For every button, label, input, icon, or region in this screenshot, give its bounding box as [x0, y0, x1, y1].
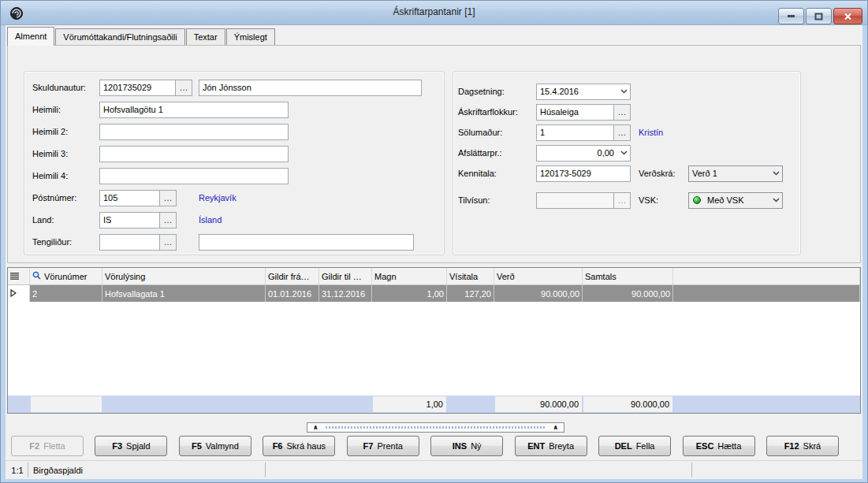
vsk-dropdown[interactable]: Með VSK [688, 192, 783, 209]
postnumer-browse-button[interactable]: … [159, 190, 177, 206]
land-name-text: Ísland [199, 215, 222, 225]
tab-ymislegt[interactable]: Ýmislegt [226, 28, 275, 45]
tab-almennt[interactable]: Almennt [7, 27, 54, 46]
vsk-label: VSK: [639, 195, 683, 205]
cell-samtals: 90.000,00 [583, 285, 673, 302]
totals-vorunumer [30, 396, 102, 413]
column-header-magn[interactable]: Magn [372, 268, 447, 284]
ins-ny-button[interactable]: INS Ný [430, 436, 503, 456]
tab-label: Textar [194, 32, 218, 42]
column-header-visitala[interactable]: Vísitala [447, 268, 494, 284]
splitter-dots [326, 426, 546, 429]
heimili4-input[interactable] [99, 168, 289, 184]
tengilidur-input[interactable] [99, 234, 160, 251]
minimize-button[interactable] [778, 8, 804, 24]
button-key: F6 [273, 441, 283, 451]
column-header-vorunumer[interactable]: Vörunúmer [30, 268, 102, 284]
skuldunautur-input[interactable] [99, 80, 176, 96]
f5-valmynd-button[interactable]: F5 Valmynd [179, 436, 251, 456]
column-header-label: Vörunúmer [44, 272, 87, 281]
order-lines-grid: Vörunúmer Vörulýsing Gildir frá… Gildir … [7, 267, 861, 414]
skuldunautur-name-input[interactable] [199, 80, 422, 96]
totals-gutter [8, 396, 30, 413]
grid-row-selected[interactable]: 2 Hofsvallagata 1 01.01.2016 31.12.2016 … [8, 285, 860, 302]
afslattarpr-label: Afsláttarpr.: [453, 148, 536, 158]
status-empty-panel [266, 463, 692, 477]
column-header-samtals[interactable]: Samtals [583, 268, 673, 284]
button-key: F12 [784, 441, 799, 451]
postnumer-input[interactable] [99, 190, 160, 206]
heimili2-input[interactable] [99, 124, 289, 140]
column-header-vorulysing[interactable]: Vörulýsing [102, 268, 266, 284]
tengilidur-browse-button[interactable]: … [159, 234, 177, 251]
ent-breyta-button[interactable]: ENT Breyta [515, 436, 587, 456]
tengilidur-name-input[interactable] [199, 234, 414, 251]
button-key: ESC [696, 441, 714, 451]
window-title: Áskriftarpantanir [1] [1, 6, 867, 17]
askriftarflokkur-input[interactable] [536, 104, 614, 121]
grid-menu-header-cell[interactable] [8, 268, 30, 284]
totals-magn: 1,00 [372, 396, 447, 413]
tabpage-almennt: Skuldunautur: … Heimili: Heimili 2: [7, 45, 861, 263]
client-area: Almennt Vörumóttakandi/Flutningsaðili Te… [6, 25, 862, 479]
solumadur-input[interactable] [536, 124, 614, 141]
land-input[interactable] [99, 212, 160, 228]
chevron-down-icon [617, 150, 630, 155]
column-header-label: Vísitala [449, 272, 478, 281]
chevron-down-icon [617, 89, 630, 94]
heimili2-label: Heimili 2: [24, 127, 99, 136]
cell-vorulysing: Hofsvallagata 1 [102, 285, 266, 302]
heimili3-input[interactable] [99, 146, 289, 162]
vsk-value: Með VSK [704, 195, 769, 205]
column-header-label: Gildir til … [322, 272, 362, 281]
collapse-up-icon: ∧ [307, 424, 324, 432]
button-key: DEL [615, 441, 632, 451]
afslattarpr-dropdown[interactable]: 0,00 [536, 145, 631, 162]
column-header-gildir-fra[interactable]: Gildir frá… [266, 268, 319, 284]
status-empty-panel [692, 463, 861, 477]
esc-haetta-button[interactable]: ESC Hætta [683, 436, 755, 456]
column-header-gildir-til[interactable]: Gildir til … [319, 268, 372, 284]
button-key: F2 [29, 441, 39, 451]
row-selector-arrow-icon [10, 289, 17, 299]
maximize-button[interactable] [806, 8, 832, 24]
askriftarflokkur-label: Áskriftarflokkur: [453, 107, 536, 117]
totals-spacer [319, 396, 372, 413]
tab-vorumottakandi[interactable]: Vörumóttakandi/Flutningsaðili [55, 28, 184, 45]
dagsetning-dropdown[interactable]: 15.4.2016 [536, 84, 631, 100]
button-label: Spjald [126, 441, 151, 451]
heimili4-label: Heimili 4: [24, 171, 99, 180]
del-fella-button[interactable]: DEL Fella [598, 436, 671, 456]
f12-skra-button[interactable]: F12 Skrá [766, 436, 839, 456]
grid-header-row: Vörunúmer Vörulýsing Gildir frá… Gildir … [8, 268, 860, 285]
grid-empty-area [8, 302, 860, 396]
column-header-verd[interactable]: Verð [494, 268, 583, 284]
verdskra-dropdown[interactable]: Verð 1 [688, 165, 783, 182]
f7-prenta-button[interactable]: F7 Prenta [347, 436, 419, 456]
panel-splitter[interactable]: ∧ ∧ [307, 422, 564, 433]
button-label: Ný [471, 441, 481, 451]
f6-skra-haus-button[interactable]: F6 Skrá haus [263, 436, 335, 456]
askriftarflokkur-browse-button[interactable]: … [613, 104, 631, 121]
cell-magn: 1,00 [372, 285, 447, 302]
f3-spjald-button[interactable]: F3 Spjald [95, 436, 167, 456]
chevron-down-icon [769, 171, 782, 176]
tilvisun-browse-button[interactable]: … [613, 192, 631, 209]
kennitala-input[interactable] [536, 165, 631, 182]
close-button[interactable] [833, 8, 862, 24]
verdskra-value: Verð 1 [689, 169, 769, 178]
button-label: Prenta [377, 441, 402, 451]
solumadur-browse-button[interactable]: … [613, 124, 631, 141]
tilvisun-input[interactable] [536, 192, 614, 209]
button-label: Fletta [43, 441, 65, 451]
skuldunautur-browse-button[interactable]: … [175, 80, 192, 96]
button-label: Skrá haus [286, 441, 326, 451]
tab-textar[interactable]: Textar [186, 28, 225, 45]
land-browse-button[interactable]: … [159, 212, 177, 228]
customer-groupbox: Skuldunautur: … Heimili: Heimili 2: [24, 71, 445, 255]
grid-totals-row: 1,00 90.000,00 90.000,00 [8, 396, 860, 413]
titlebar: Áskriftarpantanir [1] [1, 1, 867, 25]
heimili-input[interactable] [99, 102, 289, 118]
dagsetning-label: Dagsetning: [453, 87, 536, 96]
button-label: Fella [636, 441, 655, 451]
